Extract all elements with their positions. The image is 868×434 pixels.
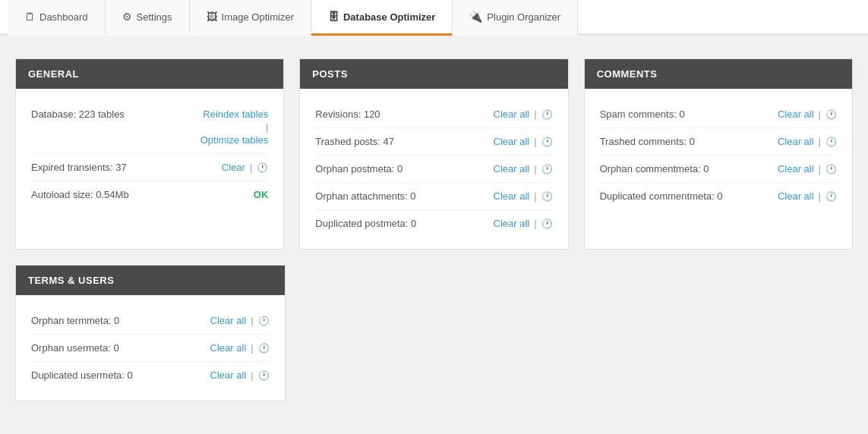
tab-database-optimizer-label: Database Optimizer [343, 11, 435, 23]
posts-actions-4: Clear all | 🕐 [494, 218, 553, 229]
comments-row-3: Duplicated commentmeta: 0 Clear all | 🕐 [600, 183, 837, 209]
posts-clock-2[interactable]: 🕐 [541, 164, 553, 175]
tab-database-optimizer[interactable]: 🗄 Database Optimizer [311, 0, 453, 36]
posts-actions-0: Clear all | 🕐 [494, 108, 553, 120]
tab-image-optimizer-label: Image Optimizer [222, 11, 294, 23]
terms-row-0: Orphan termmeta: 0 Clear all | 🕐 [31, 307, 270, 335]
posts-row-4: Duplicated postmeta: 0 Clear all | 🕐 [315, 210, 552, 237]
comments-clock-2[interactable]: 🕐 [825, 164, 837, 175]
separator-1: | [266, 121, 268, 133]
comments-actions-3: Clear all | 🕐 [778, 190, 837, 202]
posts-header: POSTS [300, 59, 567, 89]
tab-plugin-organizer[interactable]: 🔌 Plugin Organizer [453, 0, 578, 36]
terms-users-header: TERMS & USERS [16, 266, 285, 295]
image-optimizer-icon: 🖼 [207, 11, 217, 23]
top-row: GENERAL Database: 223 tables Reindex tab… [15, 58, 853, 250]
main-content: GENERAL Database: 223 tables Reindex tab… [0, 36, 868, 434]
posts-clock-0[interactable]: 🕐 [541, 109, 553, 120]
database-row: Database: 223 tables Reindex tables | Op… [31, 101, 268, 154]
terms-label-1: Orphan usermeta: 0 [31, 342, 119, 354]
comments-actions-0: Clear all | 🕐 [778, 108, 837, 120]
posts-clock-1[interactable]: 🕐 [541, 137, 553, 147]
bottom-row: TERMS & USERS Orphan termmeta: 0 Clear a… [15, 265, 853, 401]
terms-users-body: Orphan termmeta: 0 Clear all | 🕐 Orphan … [16, 295, 285, 401]
posts-row-1: Trashed posts: 47 Clear all | 🕐 [315, 128, 552, 156]
comments-actions-1: Clear all | 🕐 [778, 136, 837, 147]
posts-label-0: Revisions: 120 [315, 108, 380, 120]
comments-clock-1[interactable]: 🕐 [825, 137, 837, 147]
posts-clear-0[interactable]: Clear all [494, 108, 530, 120]
posts-label-1: Trashed posts: 47 [315, 136, 394, 147]
posts-clear-1[interactable]: Clear all [494, 136, 530, 147]
tab-image-optimizer[interactable]: 🖼 Image Optimizer [190, 0, 311, 36]
posts-card: POSTS Revisions: 120 Clear all | 🕐 Trash… [299, 58, 568, 250]
comments-label-3: Duplicated commentmeta: 0 [600, 190, 723, 202]
clock-icon-expired[interactable]: 🕐 [257, 162, 268, 173]
clear-transients-link[interactable]: Clear [222, 162, 245, 173]
terms-clock-1[interactable]: 🕐 [258, 343, 270, 354]
sep-expired: | [250, 162, 252, 173]
expired-transients-row: Expired transients: 37 Clear | 🕐 [31, 154, 268, 181]
terms-clear-0[interactable]: Clear all [210, 315, 247, 326]
general-header: GENERAL [16, 59, 283, 89]
comments-card: COMMENTS Spam comments: 0 Clear all | 🕐 … [584, 58, 853, 250]
posts-body: Revisions: 120 Clear all | 🕐 Trashed pos… [300, 89, 567, 249]
terms-clock-2[interactable]: 🕐 [258, 370, 270, 381]
dashboard-icon: 🗒 [24, 11, 35, 23]
comments-label-1: Trashed comments: 0 [600, 136, 695, 147]
reindex-links: Reindex tables | Optimize tables [200, 108, 269, 146]
general-card: GENERAL Database: 223 tables Reindex tab… [15, 58, 284, 250]
comments-clear-1[interactable]: Clear all [778, 136, 814, 147]
posts-clock-4[interactable]: 🕐 [541, 219, 553, 229]
tab-settings[interactable]: ⚙ Settings [106, 0, 190, 36]
tab-settings-label: Settings [137, 11, 172, 23]
posts-row-2: Orphan postmeta: 0 Clear all | 🕐 [315, 156, 552, 183]
posts-clear-2[interactable]: Clear all [494, 163, 530, 175]
terms-actions-1: Clear all | 🕐 [210, 342, 270, 354]
ok-label: OK [254, 189, 269, 200]
database-optimizer-icon: 🗄 [328, 11, 339, 23]
plugin-organizer-icon: 🔌 [469, 11, 482, 23]
spacer-2 [584, 265, 853, 401]
tab-plugin-organizer-label: Plugin Organizer [487, 11, 560, 23]
terms-clock-0[interactable]: 🕐 [258, 316, 270, 326]
posts-clear-3[interactable]: Clear all [494, 190, 530, 202]
database-label: Database: 223 tables [31, 108, 125, 120]
comments-actions-2: Clear all | 🕐 [778, 163, 837, 175]
autoload-row: Autoload size: 0.54Mb OK [31, 181, 268, 208]
terms-row-1: Orphan usermeta: 0 Clear all | 🕐 [31, 335, 270, 362]
posts-label-3: Orphan attachments: 0 [315, 190, 415, 202]
tab-dashboard-label: Dashboard [39, 11, 88, 23]
tab-dashboard[interactable]: 🗒 Dashboard [8, 0, 106, 36]
autoload-label: Autoload size: 0.54Mb [31, 189, 129, 200]
terms-row-2: Duplicated usermeta: 0 Clear all | 🕐 [31, 362, 270, 388]
reindex-tables-link[interactable]: Reindex tables [203, 108, 268, 120]
comments-clock-3[interactable]: 🕐 [825, 191, 837, 202]
terms-label-0: Orphan termmeta: 0 [31, 315, 119, 326]
terms-clear-1[interactable]: Clear all [210, 342, 247, 354]
comments-clear-0[interactable]: Clear all [778, 108, 814, 120]
posts-label-2: Orphan postmeta: 0 [315, 163, 402, 175]
comments-clear-3[interactable]: Clear all [778, 190, 814, 202]
posts-row-3: Orphan attachments: 0 Clear all | 🕐 [315, 183, 552, 210]
comments-clock-0[interactable]: 🕐 [825, 109, 837, 120]
posts-row-0: Revisions: 120 Clear all | 🕐 [315, 101, 552, 128]
comments-header: COMMENTS [585, 59, 852, 89]
posts-clock-3[interactable]: 🕐 [541, 191, 553, 202]
optimize-tables-link[interactable]: Optimize tables [200, 134, 269, 146]
settings-icon: ⚙ [122, 11, 132, 23]
terms-clear-2[interactable]: Clear all [210, 370, 247, 381]
posts-clear-4[interactable]: Clear all [494, 218, 530, 229]
nav-tabs: 🗒 Dashboard ⚙ Settings 🖼 Image Optimizer… [0, 0, 868, 36]
terms-label-2: Duplicated usermeta: 0 [31, 370, 133, 381]
terms-users-card: TERMS & USERS Orphan termmeta: 0 Clear a… [15, 265, 286, 401]
terms-actions-2: Clear all | 🕐 [210, 370, 270, 381]
comments-clear-2[interactable]: Clear all [778, 163, 814, 175]
autoload-actions: OK [254, 189, 269, 200]
posts-actions-2: Clear all | 🕐 [494, 163, 553, 175]
comments-row-1: Trashed comments: 0 Clear all | 🕐 [600, 128, 837, 156]
expired-transients-actions: Clear | 🕐 [222, 162, 268, 173]
posts-actions-1: Clear all | 🕐 [494, 136, 553, 147]
comments-label-2: Orphan commentmeta: 0 [600, 163, 709, 175]
spacer-1 [301, 265, 570, 401]
